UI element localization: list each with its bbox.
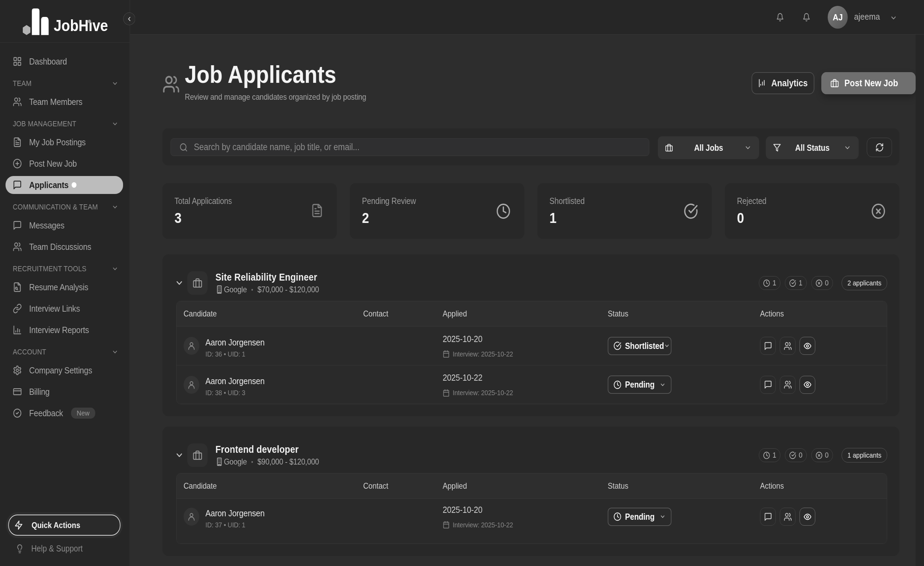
- svg-text:JobHıve: JobHıve: [54, 17, 108, 35]
